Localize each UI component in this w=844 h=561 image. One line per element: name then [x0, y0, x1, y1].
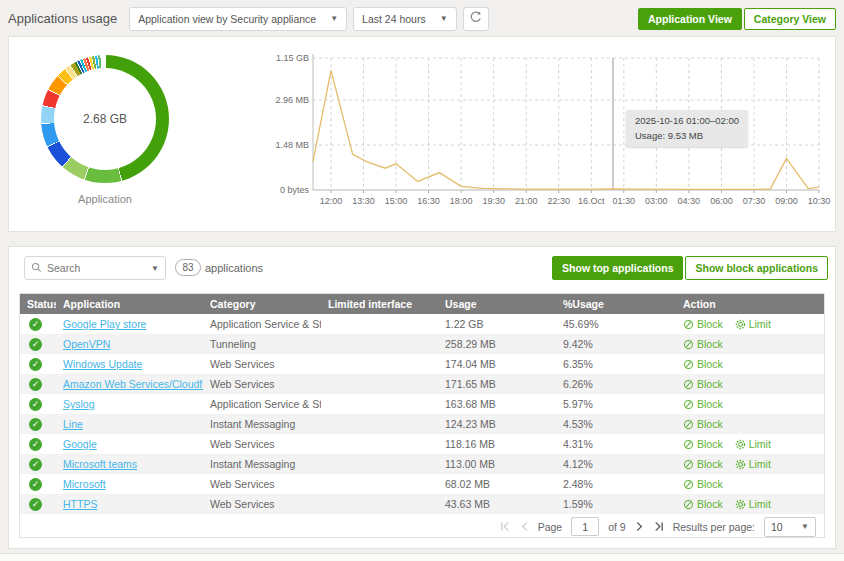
block-action[interactable]: Block — [683, 478, 723, 490]
status-cell: ✓ — [20, 474, 56, 494]
view-by-dropdown[interactable]: Application view by Security appliance ▼ — [129, 7, 347, 31]
block-action[interactable]: Block — [683, 398, 723, 410]
previous-page-icon[interactable] — [520, 521, 529, 532]
block-action[interactable]: Block — [683, 358, 723, 370]
table-row: ✓SyslogApplication Service & Store163.68… — [20, 394, 824, 414]
page-number-input[interactable] — [571, 517, 599, 536]
limit-action[interactable]: Limit — [735, 318, 771, 330]
tooltip-usage: Usage: 9.53 MB — [635, 129, 739, 144]
limited-interface-cell — [321, 314, 438, 334]
status-allowed-icon: ✓ — [29, 398, 42, 411]
limit-label: Limit — [749, 318, 771, 330]
donut-total-label: 2.68 GB — [41, 55, 169, 183]
column-header-status: Status — [20, 294, 56, 314]
pct-usage-cell: 4.53% — [556, 414, 676, 434]
limit-action[interactable]: Limit — [735, 458, 771, 470]
svg-text:16:30: 16:30 — [417, 196, 440, 206]
application-cell: Google Play store — [56, 314, 203, 334]
application-donut-chart[interactable]: 2.68 GB — [41, 55, 169, 183]
category-view-button[interactable]: Category View — [744, 8, 836, 30]
pct-usage-cell: 4.12% — [556, 454, 676, 474]
applications-table-container: StatusApplicationCategoryLimited interfa… — [19, 293, 825, 538]
first-page-icon[interactable] — [500, 521, 511, 532]
search-box[interactable]: ▼ — [24, 256, 166, 280]
usage-cell: 113.00 MB — [438, 454, 556, 474]
application-cell: Syslog — [56, 394, 203, 414]
limit-action[interactable]: Limit — [735, 438, 771, 450]
status-allowed-icon: ✓ — [29, 378, 42, 391]
page-title: Applications usage — [8, 11, 117, 26]
action-cell: BlockLimit — [676, 434, 824, 454]
limited-interface-cell — [321, 394, 438, 414]
table-body: ✓Google Play storeApplication Service & … — [20, 314, 824, 514]
page-of-label: of 9 — [608, 521, 626, 533]
action-cell: BlockLimit — [676, 494, 824, 514]
column-header-category: Category — [203, 294, 321, 314]
last-page-icon[interactable] — [653, 521, 664, 532]
pct-usage-cell: 4.31% — [556, 434, 676, 454]
app-link[interactable]: Google — [63, 438, 97, 450]
pct-usage-cell: 45.69% — [556, 314, 676, 334]
block-action[interactable]: Block — [683, 338, 723, 350]
status-cell: ✓ — [20, 454, 56, 474]
block-action[interactable]: Block — [683, 438, 723, 450]
applications-count: 83 applications — [175, 259, 263, 276]
block-action[interactable]: Block — [683, 318, 723, 330]
application-cell: Line — [56, 414, 203, 434]
action-cell: Block — [676, 334, 824, 354]
status-allowed-icon: ✓ — [29, 338, 42, 351]
time-range-dropdown[interactable]: Last 24 hours ▼ — [353, 7, 457, 31]
table-row: ✓Google Play storeApplication Service & … — [20, 314, 824, 334]
svg-text:13:30: 13:30 — [352, 196, 375, 206]
action-cell: Block — [676, 374, 824, 394]
application-cell: Microsoft teams — [56, 454, 203, 474]
chevron-down-icon: ▼ — [801, 522, 809, 531]
limit-action[interactable]: Limit — [735, 498, 771, 510]
application-cell: OpenVPN — [56, 334, 203, 354]
category-cell: Web Services — [203, 354, 321, 374]
show-block-applications-button[interactable]: Show block applications — [685, 256, 828, 280]
application-view-button[interactable]: Application View — [638, 8, 742, 30]
results-per-page-select[interactable]: 10 ▼ — [764, 517, 816, 537]
refresh-button[interactable] — [463, 7, 489, 31]
svg-text:391.48 MB: 391.48 MB — [275, 140, 309, 150]
category-cell: Web Services — [203, 474, 321, 494]
chevron-down-icon: ▼ — [440, 14, 448, 23]
app-link[interactable]: Microsoft — [63, 478, 106, 490]
next-page-icon[interactable] — [635, 521, 644, 532]
application-cell: Amazon Web Services/Cloudfront... — [56, 374, 203, 394]
status-allowed-icon: ✓ — [29, 498, 42, 511]
app-link[interactable]: Syslog — [63, 398, 95, 410]
limited-interface-cell — [321, 494, 438, 514]
limited-interface-cell — [321, 414, 438, 434]
app-link[interactable]: Windows Update — [63, 358, 142, 370]
column-header-action: Action — [676, 294, 824, 314]
applications-table: StatusApplicationCategoryLimited interfa… — [20, 294, 824, 514]
usage-line-chart[interactable]: 1.15 GB782.96 MB391.48 MB0 bytes12:0013:… — [275, 46, 835, 226]
pct-usage-cell: 6.35% — [556, 354, 676, 374]
app-link[interactable]: Microsoft teams — [63, 458, 137, 470]
app-link[interactable]: Amazon Web Services/Cloudfront... — [63, 378, 203, 390]
show-top-applications-button[interactable]: Show top applications — [552, 256, 683, 280]
usage-cell: 124.23 MB — [438, 414, 556, 434]
block-action[interactable]: Block — [683, 418, 723, 430]
usage-cell: 163.68 MB — [438, 394, 556, 414]
block-action[interactable]: Block — [683, 378, 723, 390]
svg-text:03:00: 03:00 — [645, 196, 668, 206]
status-allowed-icon: ✓ — [29, 358, 42, 371]
chevron-down-icon[interactable]: ▼ — [151, 264, 159, 273]
donut-axis-label: Application — [41, 193, 169, 205]
block-action[interactable]: Block — [683, 498, 723, 510]
count-label: applications — [205, 262, 263, 274]
search-input[interactable] — [47, 262, 137, 274]
action-cell: Block — [676, 354, 824, 374]
chevron-down-icon: ▼ — [330, 14, 338, 23]
app-link[interactable]: Line — [63, 418, 83, 430]
block-action[interactable]: Block — [683, 458, 723, 470]
app-link[interactable]: Google Play store — [63, 318, 146, 330]
app-link[interactable]: HTTPS — [63, 498, 97, 510]
limited-interface-cell — [321, 434, 438, 454]
app-link[interactable]: OpenVPN — [63, 338, 110, 350]
next-section-edge — [0, 553, 844, 561]
pct-usage-cell: 1.59% — [556, 494, 676, 514]
